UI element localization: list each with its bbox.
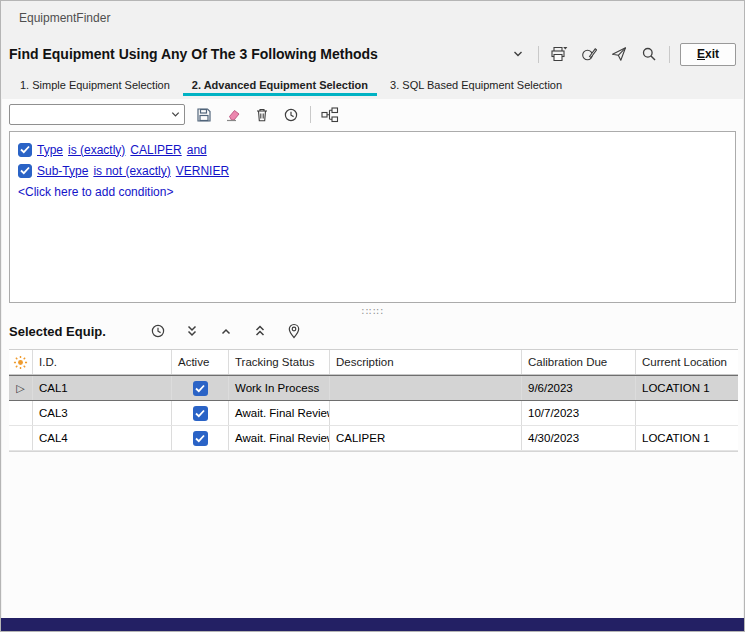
selected-equip-icons bbox=[148, 321, 304, 341]
condition-checkbox[interactable] bbox=[18, 164, 32, 178]
condition-row-2: Sub-Type is not (exactly) VERNIER bbox=[18, 160, 727, 181]
cell-calibration-due[interactable]: 4/30/2023 bbox=[522, 426, 636, 450]
exit-button-accel: E bbox=[697, 47, 705, 61]
cell-current-location[interactable]: LOCATION 1 bbox=[636, 376, 738, 400]
eraser-icon[interactable] bbox=[223, 105, 243, 125]
condition-checkbox[interactable] bbox=[18, 143, 32, 157]
cell-id[interactable]: CAL3 bbox=[33, 401, 172, 425]
save-icon[interactable] bbox=[194, 105, 214, 125]
grid-header-row: I.D. Active Tracking Status Description … bbox=[9, 349, 738, 375]
cell-active[interactable] bbox=[172, 401, 229, 425]
combo-chevron-icon[interactable] bbox=[167, 109, 184, 120]
column-header-active[interactable]: Active bbox=[172, 350, 229, 374]
double-chevron-down-icon[interactable] bbox=[182, 321, 202, 341]
condition-conjunction-link[interactable]: and bbox=[187, 143, 207, 157]
separator bbox=[538, 46, 539, 63]
row-selector[interactable]: ▷ bbox=[9, 376, 33, 400]
condition-value-link[interactable]: CALIPER bbox=[130, 143, 181, 157]
exit-button[interactable]: Exit bbox=[680, 43, 736, 66]
clock-icon[interactable] bbox=[148, 321, 168, 341]
tab-sql-based-equipment-selection[interactable]: 3. SQL Based Equipment Selection bbox=[381, 76, 571, 95]
cell-tracking-status[interactable]: Await. Final Review bbox=[229, 426, 330, 450]
splitter-handle[interactable]: ∷∷∷ bbox=[2, 303, 743, 319]
active-checkbox[interactable] bbox=[193, 406, 208, 421]
options-sun-icon[interactable] bbox=[13, 355, 28, 370]
separator bbox=[669, 46, 670, 63]
column-header-id[interactable]: I.D. bbox=[33, 350, 172, 374]
cell-calibration-due[interactable]: 10/7/2023 bbox=[522, 401, 636, 425]
cell-active[interactable] bbox=[172, 376, 229, 400]
grid-options-cell[interactable] bbox=[9, 350, 33, 374]
tab-simple-equipment-selection[interactable]: 1. Simple Equipment Selection bbox=[11, 76, 179, 95]
clock-icon[interactable] bbox=[281, 105, 301, 125]
condition-value-link[interactable]: VERNIER bbox=[176, 164, 229, 178]
cell-id[interactable]: CAL4 bbox=[33, 426, 172, 450]
condition-operator-link[interactable]: is (exactly) bbox=[68, 143, 125, 157]
filter-combo-input[interactable] bbox=[10, 106, 167, 123]
trash-icon[interactable] bbox=[252, 105, 272, 125]
condition-operator-link[interactable]: is not (exactly) bbox=[93, 164, 170, 178]
table-row[interactable]: CAL4 Await. Final Review CALIPER 4/30/20… bbox=[9, 426, 738, 451]
cell-current-location[interactable]: LOCATION 1 bbox=[636, 426, 738, 450]
cell-active[interactable] bbox=[172, 426, 229, 450]
cell-id[interactable]: CAL1 bbox=[33, 376, 172, 400]
selected-equip-band: Selected Equip. bbox=[2, 319, 743, 349]
separator bbox=[310, 106, 311, 123]
selected-equip-title: Selected Equip. bbox=[9, 324, 106, 339]
column-header-current-location[interactable]: Current Location bbox=[636, 350, 738, 374]
table-row[interactable]: ▷ CAL1 Work In Process 9/6/2023 LOCATION… bbox=[9, 375, 738, 401]
cell-tracking-status[interactable]: Work In Process bbox=[229, 376, 330, 400]
filter-combo[interactable] bbox=[9, 104, 185, 125]
cell-calibration-due[interactable]: 9/6/2023 bbox=[522, 376, 636, 400]
exit-button-label: xit bbox=[705, 47, 719, 61]
condition-field-link[interactable]: Sub-Type bbox=[37, 164, 88, 178]
page-title: Find Equipment Using Any Of The 3 Follow… bbox=[9, 46, 508, 62]
equipment-finder-window: EquipmentFinder Find Equipment Using Any… bbox=[0, 0, 745, 632]
footer-bar bbox=[1, 618, 744, 631]
double-chevron-up-icon[interactable] bbox=[250, 321, 270, 341]
cell-current-location[interactable] bbox=[636, 401, 738, 425]
cell-description[interactable] bbox=[330, 401, 522, 425]
condition-field-link[interactable]: Type bbox=[37, 143, 63, 157]
cell-description[interactable]: CALIPER bbox=[330, 426, 522, 450]
tab-strip: 1. Simple Equipment Selection 2. Advance… bbox=[11, 76, 736, 99]
chevron-up-icon[interactable] bbox=[216, 321, 236, 341]
header-bar: Find Equipment Using Any Of The 3 Follow… bbox=[9, 39, 736, 69]
current-row-indicator: ▷ bbox=[16, 376, 24, 400]
row-selector[interactable] bbox=[9, 401, 33, 425]
selected-equipment-grid: I.D. Active Tracking Status Description … bbox=[9, 349, 738, 452]
location-pin-icon[interactable] bbox=[284, 321, 304, 341]
column-header-description[interactable]: Description bbox=[330, 350, 522, 374]
add-level-icon[interactable] bbox=[320, 105, 340, 125]
cell-description[interactable] bbox=[330, 376, 522, 400]
header-icons: Exit bbox=[508, 43, 736, 66]
active-checkbox[interactable] bbox=[193, 431, 208, 446]
condition-builder: Type is (exactly) CALIPER and Sub-Type i… bbox=[9, 131, 736, 303]
column-header-calibration-due[interactable]: Calibration Due bbox=[522, 350, 636, 374]
column-header-tracking-status[interactable]: Tracking Status bbox=[229, 350, 330, 374]
tab-advanced-equipment-selection[interactable]: 2. Advanced Equipment Selection bbox=[183, 76, 377, 96]
chevron-down-icon[interactable] bbox=[508, 44, 528, 64]
window-titlebar: EquipmentFinder bbox=[1, 1, 744, 35]
tab-content-panel: Type is (exactly) CALIPER and Sub-Type i… bbox=[2, 99, 743, 618]
cell-tracking-status[interactable]: Await. Final Review bbox=[229, 401, 330, 425]
pencil-circle-icon[interactable] bbox=[579, 44, 599, 64]
row-selector[interactable] bbox=[9, 426, 33, 450]
active-checkbox[interactable] bbox=[193, 381, 208, 396]
search-icon[interactable] bbox=[639, 44, 659, 64]
condition-row-1: Type is (exactly) CALIPER and bbox=[18, 139, 727, 160]
window-title: EquipmentFinder bbox=[19, 11, 110, 25]
add-condition-link[interactable]: <Click here to add condition> bbox=[18, 181, 727, 202]
send-icon[interactable] bbox=[609, 44, 629, 64]
table-row[interactable]: CAL3 Await. Final Review 10/7/2023 bbox=[9, 401, 738, 426]
printer-icon[interactable] bbox=[549, 44, 569, 64]
filter-toolbar bbox=[2, 99, 743, 129]
